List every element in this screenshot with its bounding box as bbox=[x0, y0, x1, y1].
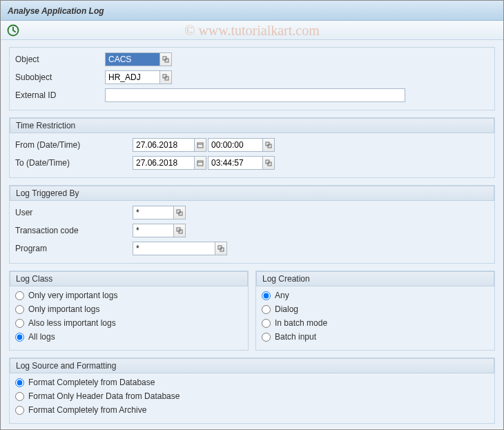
to-time-f4-button[interactable] bbox=[262, 156, 275, 170]
title-bar: Analyse Application Log bbox=[1, 1, 503, 21]
from-time-input[interactable] bbox=[208, 138, 263, 152]
log-creation-option[interactable]: Batch input bbox=[262, 332, 489, 342]
search-help-icon bbox=[265, 141, 272, 148]
log-triggered-by-title: Log Triggered By bbox=[10, 186, 494, 201]
log-creation-radio[interactable] bbox=[262, 333, 271, 342]
log-creation-title: Log Creation bbox=[256, 271, 494, 286]
program-input[interactable] bbox=[133, 242, 215, 255]
calendar-icon bbox=[197, 141, 204, 148]
log-creation-option[interactable]: Dialog bbox=[262, 304, 489, 314]
log-source-group: Log Source and Formatting Format Complet… bbox=[9, 358, 495, 424]
external-id-label: External ID bbox=[15, 90, 105, 100]
svg-rect-5 bbox=[197, 143, 203, 148]
log-creation-option[interactable]: In batch mode bbox=[262, 318, 489, 328]
svg-rect-9 bbox=[197, 161, 203, 166]
search-help-icon bbox=[162, 74, 169, 81]
time-restriction-title: Time Restriction bbox=[10, 118, 494, 133]
user-input[interactable] bbox=[133, 206, 174, 219]
toolbar bbox=[1, 21, 503, 40]
log-source-radio[interactable] bbox=[15, 392, 24, 401]
log-source-radio[interactable] bbox=[15, 378, 24, 387]
log-creation-label[interactable]: Batch input bbox=[275, 332, 316, 342]
log-class-label[interactable]: Only important logs bbox=[28, 304, 99, 314]
log-source-option[interactable]: Format Completely from Archive bbox=[15, 405, 489, 415]
from-date-input[interactable] bbox=[133, 138, 195, 152]
tcode-label: Transaction code bbox=[15, 226, 133, 235]
log-class-radio[interactable] bbox=[15, 305, 24, 314]
from-label: From (Date/Time) bbox=[15, 140, 133, 150]
tcode-input[interactable] bbox=[133, 224, 174, 237]
log-class-radio[interactable] bbox=[15, 333, 24, 342]
search-help-icon bbox=[162, 56, 169, 63]
search-help-icon bbox=[176, 227, 183, 234]
search-help-icon bbox=[217, 245, 224, 252]
subobject-input[interactable] bbox=[105, 70, 160, 84]
top-fields-group: Object Subobject External ID bbox=[9, 47, 495, 110]
to-label: To (Date/Time) bbox=[15, 158, 133, 168]
log-class-option[interactable]: Also less important logs bbox=[15, 318, 242, 328]
from-date-f4-button[interactable] bbox=[194, 138, 206, 152]
search-help-icon bbox=[176, 209, 183, 216]
log-source-label[interactable]: Format Only Header Data from Database bbox=[28, 391, 180, 401]
to-date-f4-button[interactable] bbox=[194, 156, 206, 170]
log-creation-label[interactable]: Dialog bbox=[275, 304, 298, 314]
object-label: Object bbox=[15, 55, 105, 64]
search-help-icon bbox=[265, 159, 272, 166]
from-time-f4-button[interactable] bbox=[262, 138, 275, 152]
log-source-option[interactable]: Format Only Header Data from Database bbox=[15, 391, 489, 401]
to-date-input[interactable] bbox=[133, 156, 195, 170]
log-class-radio[interactable] bbox=[15, 319, 24, 328]
log-class-radio[interactable] bbox=[15, 291, 24, 300]
object-f4-button[interactable] bbox=[159, 52, 172, 66]
to-time-input[interactable] bbox=[208, 156, 263, 170]
log-class-label[interactable]: Also less important logs bbox=[28, 318, 116, 328]
log-creation-radio[interactable] bbox=[262, 291, 271, 300]
log-class-label[interactable]: Only very important logs bbox=[28, 291, 117, 300]
log-class-option[interactable]: Only important logs bbox=[15, 304, 242, 314]
page-title: Analyse Application Log bbox=[8, 6, 104, 16]
program-f4-button[interactable] bbox=[215, 242, 227, 255]
user-f4-button[interactable] bbox=[173, 206, 186, 219]
log-class-title: Log Class bbox=[10, 271, 248, 286]
log-creation-label[interactable]: Any bbox=[275, 291, 289, 300]
tcode-f4-button[interactable] bbox=[173, 224, 186, 237]
log-class-option[interactable]: All logs bbox=[15, 332, 242, 342]
log-class-group: Log Class Only very important logsOnly i… bbox=[9, 271, 249, 351]
log-creation-radio[interactable] bbox=[262, 319, 271, 328]
log-class-option[interactable]: Only very important logs bbox=[15, 291, 242, 300]
log-source-label[interactable]: Format Completely from Database bbox=[28, 378, 155, 387]
log-class-label[interactable]: All logs bbox=[28, 332, 55, 342]
log-source-title: Log Source and Formatting bbox=[10, 358, 494, 373]
log-creation-option[interactable]: Any bbox=[262, 291, 489, 300]
clock-execute-icon bbox=[6, 23, 20, 37]
log-creation-radio[interactable] bbox=[262, 305, 271, 314]
log-source-label[interactable]: Format Completely from Archive bbox=[28, 405, 146, 415]
calendar-icon bbox=[197, 159, 204, 166]
subobject-f4-button[interactable] bbox=[159, 70, 172, 84]
external-id-input[interactable] bbox=[105, 88, 405, 102]
program-label: Program bbox=[15, 244, 133, 253]
subobject-label: Subobject bbox=[15, 72, 105, 82]
object-input[interactable] bbox=[105, 52, 160, 66]
log-triggered-by-group: Log Triggered By User Transaction code P… bbox=[9, 185, 495, 264]
time-restriction-group: Time Restriction From (Date/Time) To (Da… bbox=[9, 117, 495, 178]
user-label: User bbox=[15, 208, 133, 217]
log-creation-group: Log Creation AnyDialogIn batch modeBatch… bbox=[255, 271, 495, 351]
content-area: Object Subobject External ID Time Restri… bbox=[1, 40, 503, 429]
log-source-radio[interactable] bbox=[15, 406, 24, 415]
log-creation-label[interactable]: In batch mode bbox=[275, 318, 327, 328]
execute-button[interactable] bbox=[6, 23, 20, 37]
log-source-option[interactable]: Format Completely from Database bbox=[15, 378, 489, 387]
